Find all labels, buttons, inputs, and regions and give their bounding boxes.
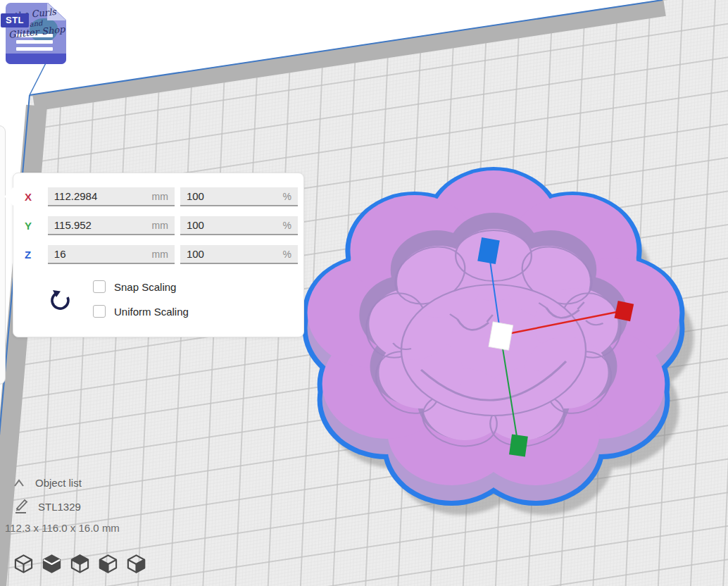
z-percent-input[interactable]: 100 % [180,245,298,264]
flower-face [401,285,586,416]
snap-scaling-label: Snap Scaling [114,281,176,293]
object-list-item[interactable]: STL1329 [14,499,81,514]
scale-row-x: X 112.2984 mm 100 % [25,187,298,206]
uniform-scaling-label: Uniform Scaling [114,306,189,318]
z-axis-label: Z [25,249,48,261]
x-axis-label: X [25,191,48,203]
object-name: STL1329 [38,501,81,513]
object-list-title: Object list [35,477,82,489]
scale-tool-panel: X 112.2984 mm 100 % Y 115.952 mm 100 % Z [13,173,304,337]
x-percent-value[interactable]: 100 [187,190,204,202]
z-percent-unit: % [283,249,291,260]
3d-view-icon[interactable] [13,553,34,575]
stl-badge: STL [1,13,29,27]
reset-icon [52,293,68,309]
x-percent-input[interactable]: 100 % [180,187,298,206]
y-percent-unit: % [283,220,291,231]
left-toolbar-edge [0,125,6,385]
slicer-viewport: the Curls and Glitter Shop STL X 112.298… [0,0,728,586]
snap-scaling-row: Snap Scaling [93,280,176,293]
y-size-input[interactable]: 115.952 mm [48,216,175,235]
camera-view-toolbar [13,553,146,575]
x-percent-unit: % [283,191,291,202]
x-size-input[interactable]: 112.2984 mm [48,187,175,206]
uniform-scaling-row: Uniform Scaling [93,305,189,318]
model-dimensions-readout: 112.3 x 116.0 x 16.0 mm [5,522,120,534]
z-size-input[interactable]: 16 mm [48,245,175,264]
chevron-up-icon [13,478,25,487]
doc-line [16,40,53,44]
right-side-view-icon[interactable] [126,553,146,575]
x-size-unit: mm [152,191,168,202]
uniform-scaling-checkbox[interactable] [93,305,106,318]
z-percent-value[interactable]: 100 [187,248,204,260]
uniform-scale-handle[interactable] [489,322,513,350]
snap-scaling-checkbox[interactable] [93,280,106,293]
y-percent-input[interactable]: 100 % [180,216,298,235]
stl-file-watermark: the Curls and Glitter Shop STL [6,3,66,64]
z-size-unit: mm [152,249,168,260]
scale-row-y: Y 115.952 mm 100 % [25,216,298,235]
scale-row-z: Z 16 mm 100 % [25,245,298,264]
y-scale-handle[interactable] [509,435,528,457]
file-icon-footer [6,54,66,64]
x-size-value[interactable]: 112.2984 [54,190,97,202]
y-percent-value[interactable]: 100 [187,219,204,231]
object-list-header[interactable]: Object list [13,477,82,489]
y-size-value[interactable]: 115.952 [54,219,92,231]
y-size-unit: mm [152,220,168,231]
front-view-icon[interactable] [42,553,62,575]
z-size-value[interactable]: 16 [54,248,66,260]
top-view-icon[interactable] [70,553,90,575]
doc-line [16,34,53,37]
pencil-icon [14,499,28,514]
y-axis-label: Y [25,220,48,232]
reset-scale-button[interactable] [49,288,73,312]
left-side-view-icon[interactable] [98,553,118,575]
doc-line [16,47,53,51]
